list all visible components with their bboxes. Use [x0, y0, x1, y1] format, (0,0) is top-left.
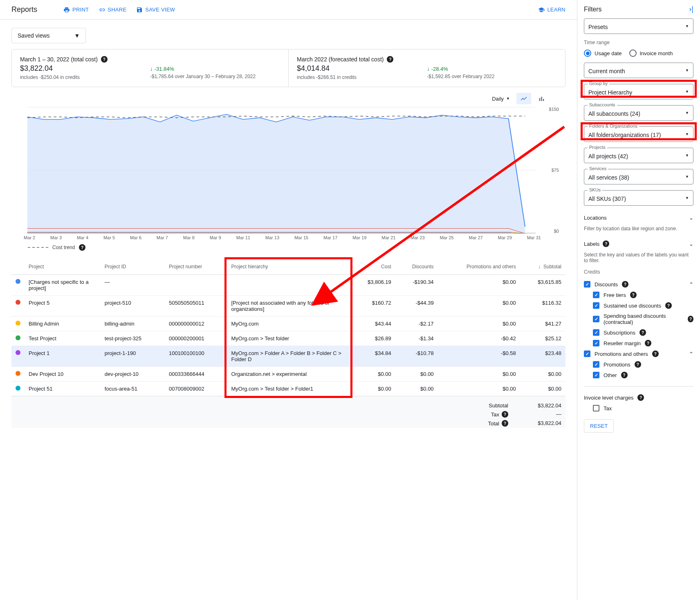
- radio-icon: [584, 49, 591, 57]
- table-row[interactable]: Dev Project 10 dev-project-10 0003336664…: [11, 367, 565, 382]
- table-row[interactable]: Test Project test-project-325 0000002000…: [11, 331, 565, 346]
- cell-subtotal: $23.48: [520, 346, 565, 367]
- filters-header: Filters ›|: [584, 5, 693, 13]
- x-tick: Mar 29: [498, 235, 512, 240]
- cell-hierarchy: [Project not associated with any folders…: [227, 296, 350, 317]
- chart-type-line[interactable]: [516, 93, 531, 104]
- cell-project-id: project-510: [101, 296, 165, 317]
- col-project-number[interactable]: Project number: [165, 259, 227, 275]
- cell-project: Project 5: [25, 296, 101, 317]
- help-icon[interactable]: ?: [652, 351, 659, 357]
- cell-promotions: $0.00: [438, 317, 520, 331]
- help-icon[interactable]: ?: [665, 302, 672, 309]
- x-tick: Mar 31: [527, 235, 541, 240]
- cell-hierarchy: MyOrg.com > Test folder: [227, 331, 350, 346]
- collapse-icon[interactable]: ›|: [689, 5, 693, 13]
- table-row[interactable]: Billing Admin billing-admin 000000000012…: [11, 317, 565, 331]
- checkbox-item[interactable]: Subscriptions ?: [593, 327, 693, 338]
- projects-dropdown[interactable]: Projects All projects (42): [584, 148, 693, 163]
- cell-cost: $3,806.19: [350, 275, 395, 296]
- cell-hierarchy: MyOrg.com > Folder A > Folder B > Folder…: [227, 346, 350, 367]
- folders-dropdown[interactable]: Folders & Organizations All folders/orga…: [584, 126, 693, 142]
- col-cost[interactable]: Cost: [350, 259, 395, 275]
- help-icon[interactable]: ?: [79, 244, 85, 251]
- help-icon[interactable]: ?: [622, 281, 628, 288]
- save-icon: [136, 7, 143, 13]
- x-tick: Mar 9: [210, 235, 221, 240]
- subaccounts-dropdown[interactable]: Subaccounts All subaccounts (24): [584, 105, 693, 121]
- table-row[interactable]: Project 1 project-1-190 100100100100 MyO…: [11, 346, 565, 367]
- cell-project: Test Project: [25, 331, 101, 346]
- locations-expand[interactable]: Locations ⌄: [584, 211, 693, 224]
- checkbox-icon: [584, 281, 590, 288]
- checkbox-icon: [593, 340, 599, 346]
- time-range-radios: Usage date Invoice month: [584, 49, 693, 57]
- table-row[interactable]: Project 51 focus-area-51 007008009002 My…: [11, 382, 565, 396]
- checkbox-item[interactable]: Sustained use discounts ?: [593, 300, 693, 311]
- card-sub: includes -$266.51 in credits: [297, 74, 427, 80]
- help-icon[interactable]: ?: [603, 240, 609, 247]
- cell-discounts: -$190.34: [395, 275, 438, 296]
- cell-cost: $26.89: [350, 331, 395, 346]
- help-icon[interactable]: ?: [101, 56, 108, 63]
- help-icon[interactable]: ?: [387, 56, 393, 63]
- col-subtotal[interactable]: ↓ Subtotal: [520, 259, 565, 275]
- col-promotions[interactable]: Promotions and others: [438, 259, 520, 275]
- print-button[interactable]: PRINT: [63, 7, 89, 13]
- cell-project-id: billing-admin: [101, 317, 165, 331]
- radio-invoice-month[interactable]: Invoice month: [629, 49, 673, 57]
- share-button[interactable]: SHARE: [99, 7, 126, 13]
- promotions-toggle[interactable]: Promotions and others ? ⌃: [584, 348, 693, 359]
- granularity-dropdown[interactable]: Daily ▼: [489, 94, 513, 103]
- checkbox-item[interactable]: Spending based discounts (contractual) ?: [593, 311, 693, 327]
- labels-expand[interactable]: Labels? ⌄: [584, 237, 693, 250]
- series-dot: [16, 279, 20, 284]
- col-project[interactable]: Project: [25, 259, 101, 275]
- table-row[interactable]: [Charges not specific to a project] — $3…: [11, 275, 565, 296]
- help-icon[interactable]: ?: [688, 316, 693, 322]
- x-tick: Mar 8: [183, 235, 195, 240]
- cell-discounts: -$1.34: [395, 331, 438, 346]
- presets-dropdown[interactable]: Presets: [584, 18, 693, 34]
- chevron-down-icon: ⌄: [689, 215, 693, 221]
- help-icon[interactable]: ?: [645, 340, 651, 346]
- tax-checkbox[interactable]: Tax: [593, 403, 693, 413]
- checkbox-item[interactable]: Free tiers ?: [593, 290, 693, 300]
- reset-button[interactable]: RESET: [584, 419, 614, 433]
- checkbox-icon: [584, 351, 590, 357]
- skus-dropdown[interactable]: SKUs All SKUs (307): [584, 190, 693, 206]
- x-tick: Mar 23: [411, 235, 424, 240]
- top-bar: Reports PRINT SHARE SAVE VIEW LEARN: [0, 0, 577, 20]
- chevron-down-icon: ▼: [506, 97, 510, 101]
- table-row[interactable]: Project 5 project-510 505050505011 [Proj…: [11, 296, 565, 317]
- services-dropdown[interactable]: Services All services (38): [584, 169, 693, 184]
- col-discounts[interactable]: Discounts: [395, 259, 438, 275]
- help-icon[interactable]: ?: [630, 292, 637, 298]
- save-view-button[interactable]: SAVE VIEW: [136, 7, 175, 13]
- discounts-toggle[interactable]: Discounts ? ⌃: [584, 279, 693, 290]
- help-icon[interactable]: ?: [621, 372, 628, 378]
- col-project-hierarchy[interactable]: Project hierarchy: [227, 259, 350, 275]
- cell-project-id: test-project-325: [101, 331, 165, 346]
- learn-button[interactable]: LEARN: [538, 7, 565, 13]
- col-project-id[interactable]: Project ID: [101, 259, 165, 275]
- checkbox-item[interactable]: Other ?: [593, 370, 693, 380]
- chevron-down-icon: ▼: [74, 32, 80, 39]
- time-range-dropdown[interactable]: Current month: [584, 63, 693, 78]
- help-icon[interactable]: ?: [639, 329, 646, 336]
- help-icon[interactable]: ?: [637, 394, 644, 401]
- chevron-up-icon: ⌃: [689, 281, 693, 288]
- checkbox-item[interactable]: Reseller margin ?: [593, 338, 693, 348]
- help-icon[interactable]: ?: [635, 361, 641, 368]
- saved-views-dropdown[interactable]: Saved views ▼: [11, 28, 86, 43]
- help-icon[interactable]: ?: [502, 420, 508, 427]
- arrow-down-icon: ↓: [427, 65, 430, 72]
- checkbox-item[interactable]: Promotions ?: [593, 359, 693, 370]
- card-sub: includes -$250.04 in credits: [20, 74, 150, 80]
- radio-usage-date[interactable]: Usage date: [584, 49, 622, 57]
- chart-type-bar[interactable]: [534, 93, 549, 104]
- group-by-dropdown[interactable]: Group by Project Hierarchy: [584, 84, 693, 99]
- y-tick: $0: [554, 229, 559, 234]
- series-dot: [16, 300, 20, 305]
- help-icon[interactable]: ?: [502, 411, 508, 418]
